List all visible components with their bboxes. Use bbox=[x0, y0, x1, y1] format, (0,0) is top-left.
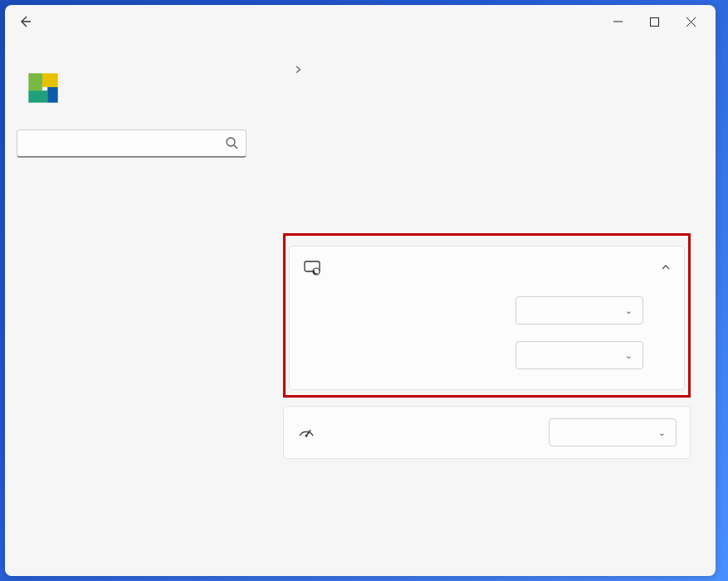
svg-rect-4 bbox=[47, 87, 57, 103]
chevron-right-icon: › bbox=[295, 58, 302, 79]
back-button[interactable] bbox=[12, 8, 38, 35]
breadcrumb: › bbox=[283, 58, 691, 79]
svg-rect-0 bbox=[650, 17, 658, 26]
screen-sleep-header[interactable] bbox=[303, 258, 671, 276]
screen-sleep-card: ⌄ ⌄ bbox=[289, 246, 685, 390]
battery-screen-off-dropdown[interactable]: ⌄ bbox=[515, 296, 643, 325]
back-arrow-icon bbox=[18, 15, 32, 28]
svg-point-5 bbox=[227, 138, 235, 146]
chevron-up-icon bbox=[661, 260, 671, 276]
gauge-icon bbox=[297, 423, 315, 442]
monitor-icon bbox=[303, 258, 321, 276]
power-mode-dropdown[interactable]: ⌄ bbox=[549, 418, 677, 447]
titlebar bbox=[5, 5, 716, 38]
highlight-callout: ⌄ ⌄ bbox=[283, 233, 691, 398]
close-icon bbox=[686, 17, 696, 27]
minimize-icon bbox=[613, 17, 623, 27]
plugged-screen-off-row: ⌄ bbox=[303, 333, 671, 378]
settings-window: › bbox=[5, 5, 716, 576]
plugged-screen-off-dropdown[interactable]: ⌄ bbox=[515, 341, 643, 369]
svg-rect-1 bbox=[28, 73, 42, 90]
sidebar bbox=[5, 38, 258, 576]
chevron-down-icon: ⌄ bbox=[625, 350, 633, 361]
search-icon bbox=[225, 136, 238, 153]
avatar bbox=[20, 65, 66, 111]
power-mode-card: ⌄ bbox=[283, 406, 691, 459]
chevron-down-icon: ⌄ bbox=[658, 427, 666, 438]
maximize-button[interactable] bbox=[636, 8, 672, 35]
search-input[interactable] bbox=[17, 129, 247, 158]
content-area: › bbox=[258, 38, 716, 576]
minimize-button[interactable] bbox=[599, 8, 636, 35]
close-button[interactable] bbox=[672, 8, 709, 35]
chevron-down-icon: ⌄ bbox=[625, 305, 633, 316]
svg-rect-2 bbox=[28, 90, 47, 103]
svg-rect-3 bbox=[42, 73, 58, 87]
battery-screen-off-row: ⌄ bbox=[303, 288, 671, 333]
battery-chart[interactable] bbox=[283, 110, 691, 218]
user-block[interactable] bbox=[17, 51, 247, 129]
maximize-icon bbox=[650, 17, 659, 27]
